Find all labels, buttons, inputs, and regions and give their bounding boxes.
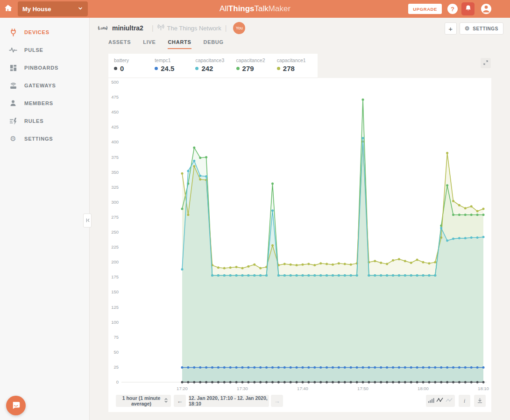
- legend-item-capacitance2[interactable]: capacitance2 279: [236, 57, 277, 78]
- sidebar-item-gateways[interactable]: GATEWAYS: [0, 77, 89, 94]
- series-dot-icon: [277, 67, 280, 70]
- legend-value: 279: [242, 64, 254, 72]
- date-range-display[interactable]: 12. Jan 2020, 17:10 - 12. Jan 2020, 18:1…: [189, 395, 269, 407]
- question-icon: ?: [451, 6, 454, 13]
- tab-assets[interactable]: ASSETS: [108, 39, 131, 49]
- device-settings-label: SETTINGS: [473, 26, 498, 31]
- brand-part-maker: Maker: [269, 4, 290, 14]
- svg-text:200: 200: [111, 259, 119, 264]
- sidebar-item-label: RULES: [24, 118, 43, 124]
- fullscreen-button[interactable]: [481, 58, 491, 68]
- svg-text:100: 100: [111, 320, 119, 325]
- info-button[interactable]: i: [459, 395, 470, 407]
- app-window: My House AllThingsTalkMaker UPGRADE ?: [0, 0, 510, 420]
- home-button[interactable]: [0, 0, 17, 18]
- time-range-label: 1 hour (1 minute average): [119, 395, 164, 406]
- svg-text:150: 150: [111, 289, 119, 294]
- sidebar-item-rules[interactable]: RULES: [0, 112, 89, 130]
- sidebar-item-members[interactable]: MEMBERS: [0, 94, 89, 112]
- account-button[interactable]: [481, 4, 491, 14]
- legend-item-tempc1[interactable]: tempc1 24.5: [155, 57, 195, 78]
- chat-bubble-icon: [11, 400, 21, 412]
- brand-part-all: All: [220, 4, 228, 14]
- legend-label: capacitance2: [236, 57, 277, 63]
- series-dot-icon: [236, 67, 240, 70]
- separator: |: [225, 24, 227, 32]
- header-actions: + ⚙ SETTINGS: [445, 22, 503, 35]
- grid-icon: [8, 63, 18, 72]
- legend-label: capacitance3: [195, 57, 236, 63]
- svg-text:50: 50: [113, 349, 119, 355]
- chat-launcher-button[interactable]: [6, 396, 26, 415]
- gear-icon: ⚙: [8, 134, 18, 143]
- router-icon: [8, 81, 18, 90]
- plug-icon: [8, 28, 18, 37]
- help-button[interactable]: ?: [447, 4, 458, 14]
- add-button[interactable]: +: [445, 22, 457, 35]
- chart-type-switcher[interactable]: [426, 395, 455, 407]
- lora-icon: LoRa: [97, 24, 108, 32]
- chart-legend: battery 0 tempc1 24.5 capacitance3 242 c…: [108, 54, 318, 78]
- bell-icon: [465, 5, 472, 14]
- time-range-selector[interactable]: 1 hour (1 minute average): [116, 395, 171, 407]
- brand-part-talk: Talk: [255, 4, 269, 14]
- tab-live[interactable]: LIVE: [143, 39, 156, 49]
- series-dot-icon: [114, 67, 117, 70]
- legend-item-capacitance1[interactable]: capacitance1 278: [277, 57, 318, 78]
- person-icon: [8, 99, 18, 108]
- tab-charts[interactable]: CHARTS: [168, 39, 191, 49]
- series-dot-icon: [155, 67, 158, 70]
- chevron-down-icon: [78, 5, 83, 13]
- area-chart-icon: [446, 397, 453, 405]
- next-range-button[interactable]: →: [271, 395, 283, 407]
- legend-item-capacitance3[interactable]: capacitance3 242: [195, 57, 236, 78]
- sidebar-item-label: GATEWAYS: [24, 83, 56, 88]
- legend-value: 242: [201, 64, 213, 72]
- sidebar-item-devices[interactable]: DEVICES: [0, 23, 89, 41]
- antenna-icon: [157, 24, 164, 33]
- svg-text:125: 125: [111, 305, 119, 310]
- sidebar-item-settings[interactable]: ⚙ SETTINGS: [0, 130, 89, 148]
- line-chart-icon: [436, 397, 444, 405]
- sidebar-item-pulse[interactable]: PULSE: [0, 41, 89, 59]
- arrow-left-icon: ←: [177, 398, 183, 405]
- svg-text:17:20: 17:20: [177, 386, 188, 391]
- svg-text:325: 325: [111, 185, 119, 190]
- svg-text:17:30: 17:30: [237, 386, 248, 391]
- tab-debug[interactable]: DEBUG: [204, 39, 224, 49]
- svg-text:25: 25: [113, 364, 119, 370]
- svg-text:0: 0: [116, 379, 119, 384]
- sidebar-item-pinboards[interactable]: PINBOARDS: [0, 59, 89, 77]
- sidebar-collapse-handle[interactable]: [83, 214, 92, 228]
- workspace-name: My House: [22, 6, 78, 13]
- sidebar-item-label: DEVICES: [24, 29, 50, 35]
- svg-text:400: 400: [111, 139, 119, 144]
- owner-badge[interactable]: You: [233, 22, 245, 34]
- download-icon: [477, 398, 483, 405]
- upgrade-button[interactable]: UPGRADE: [408, 4, 442, 14]
- svg-text:250: 250: [111, 229, 119, 235]
- sidebar-item-label: PULSE: [24, 47, 43, 53]
- separator: |: [152, 24, 154, 32]
- legend-item-battery[interactable]: battery 0: [114, 57, 155, 78]
- svg-text:350: 350: [111, 170, 119, 175]
- expand-icon: [483, 60, 489, 67]
- series-dot-icon: [195, 67, 198, 70]
- svg-text:17:40: 17:40: [297, 386, 308, 391]
- sidebar: DEVICES PULSE PINBOARDS GATEWAYS MEMBERS: [0, 18, 90, 420]
- legend-value: 0: [120, 64, 124, 72]
- brand-part-things: Things: [228, 4, 255, 14]
- download-button[interactable]: [474, 395, 486, 407]
- workspace-selector[interactable]: My House: [18, 1, 88, 16]
- previous-range-button[interactable]: ←: [174, 395, 186, 407]
- legend-label: capacitance1: [277, 57, 318, 63]
- topbar: My House AllThingsTalkMaker UPGRADE ?: [0, 0, 510, 18]
- chart-card: 0255075100125150175200225250275300325350…: [108, 78, 491, 412]
- network-name: The Things Network: [167, 25, 221, 32]
- gear-icon: ⚙: [465, 25, 470, 32]
- bar-chart-icon: [428, 397, 434, 405]
- svg-text:75: 75: [113, 335, 119, 340]
- device-settings-button[interactable]: ⚙ SETTINGS: [460, 22, 503, 35]
- notifications-button[interactable]: [461, 2, 475, 15]
- chart-canvas[interactable]: 0255075100125150175200225250275300325350…: [108, 78, 491, 400]
